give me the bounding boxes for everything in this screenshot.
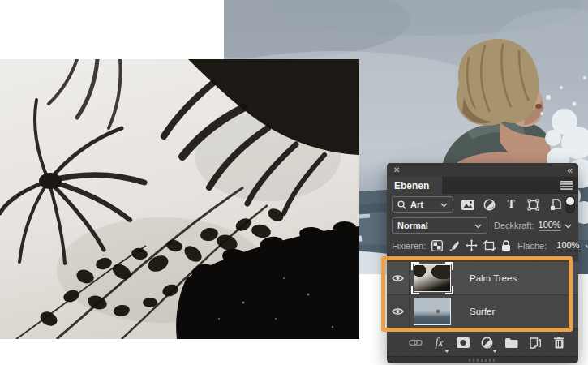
trash-icon[interactable]: [552, 336, 566, 350]
palm-trees-photo: [0, 59, 359, 339]
smart-object-filter-icon[interactable]: [548, 198, 562, 212]
lock-artboard-icon[interactable]: [483, 239, 496, 252]
filter-icon-group: T: [461, 198, 562, 212]
pixel-filter-icon[interactable]: [461, 198, 474, 212]
lock-transparency-icon[interactable]: [431, 239, 443, 252]
link-icon[interactable]: [408, 336, 423, 350]
filter-toggle[interactable]: [565, 196, 575, 213]
filter-row: Art T: [387, 194, 578, 215]
lock-pixels-icon[interactable]: [449, 239, 460, 252]
fx-menu-arrow: [444, 350, 449, 353]
opacity-value[interactable]: 100%: [539, 220, 561, 231]
tab-ebenen[interactable]: Ebenen: [387, 177, 442, 194]
chevron-down-icon: [440, 200, 448, 209]
lock-all-icon[interactable]: [501, 239, 511, 252]
lock-label: Fixieren:: [392, 241, 426, 251]
new-layer-icon[interactable]: [528, 336, 543, 350]
panel-resize-grip[interactable]: [387, 356, 578, 363]
search-icon: [397, 200, 406, 209]
panel-menu-icon[interactable]: [560, 181, 573, 191]
opacity-label: Deckkraft:: [494, 221, 534, 230]
fill-value[interactable]: 100%: [556, 240, 579, 251]
grip-dashes: [469, 359, 496, 362]
panel-toolbar: fx: [387, 328, 578, 356]
chevron-down-icon[interactable]: [564, 221, 572, 230]
filter-toggle-knob: [566, 197, 574, 205]
panel-tab-strip: Ebenen: [387, 177, 578, 194]
mask-icon[interactable]: [456, 336, 470, 350]
close-icon[interactable]: ✕: [393, 166, 400, 174]
fx-label: fx: [435, 337, 443, 350]
adjustment-menu-arrow: [492, 350, 497, 353]
panel-top-bar: ✕ «: [387, 163, 578, 177]
blend-mode-value: Normal: [397, 221, 428, 230]
fx-icon[interactable]: fx: [432, 336, 447, 350]
palm-photo-art: [0, 59, 359, 339]
shape-filter-icon[interactable]: [526, 198, 540, 212]
filter-kind-select[interactable]: Art: [392, 196, 453, 213]
filter-kind-value: Art: [410, 200, 423, 209]
tutorial-canvas: ✕ « Ebenen Art: [0, 0, 588, 365]
type-filter-icon[interactable]: T: [504, 198, 518, 212]
fill-label: Fläche:: [517, 241, 547, 251]
lock-position-icon[interactable]: [466, 239, 478, 252]
folder-icon[interactable]: [504, 336, 518, 350]
blend-row: Normal Deckkraft: 100%: [387, 215, 578, 235]
adjustment-filter-icon[interactable]: [483, 198, 496, 212]
lock-row: Fixieren:: [387, 235, 578, 256]
adjustment-icon[interactable]: [480, 336, 495, 350]
highlight-box: [381, 256, 573, 332]
chevron-down-icon[interactable]: [585, 241, 588, 251]
blend-mode-select[interactable]: Normal: [392, 217, 487, 234]
panel-title: Ebenen: [394, 180, 429, 191]
chevron-down-icon: [474, 221, 482, 230]
collapse-icon[interactable]: «: [567, 165, 572, 175]
